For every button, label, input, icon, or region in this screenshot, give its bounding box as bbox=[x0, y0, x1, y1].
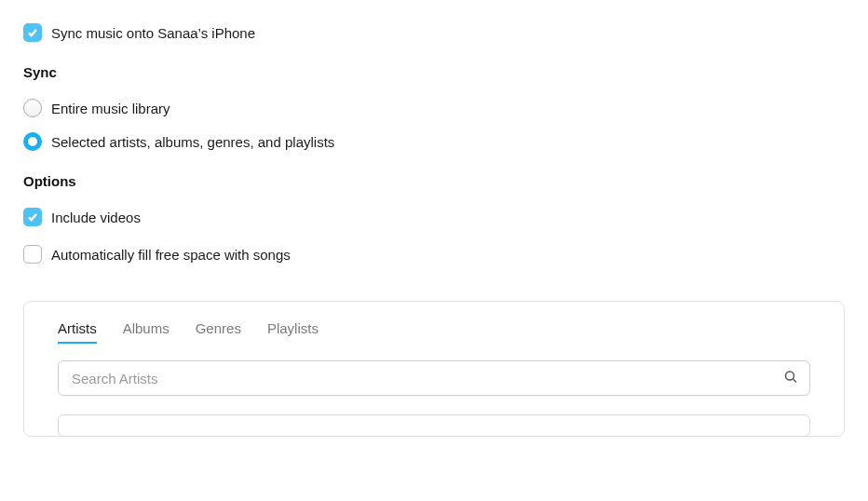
search-input[interactable] bbox=[58, 360, 810, 396]
content-panel: Artists Albums Genres Playlists bbox=[23, 301, 845, 437]
selected-items-label: Selected artists, albums, genres, and pl… bbox=[51, 134, 334, 150]
tab-artists[interactable]: Artists bbox=[58, 320, 97, 344]
auto-fill-checkbox[interactable] bbox=[23, 245, 42, 264]
auto-fill-label: Automatically fill free space with songs bbox=[51, 247, 291, 263]
entire-library-radio[interactable] bbox=[23, 99, 42, 117]
sync-music-label: Sync music onto Sanaa’s iPhone bbox=[51, 25, 255, 41]
check-icon bbox=[27, 27, 38, 38]
list-box[interactable] bbox=[58, 414, 810, 437]
tab-playlists[interactable]: Playlists bbox=[267, 320, 319, 344]
tabs: Artists Albums Genres Playlists bbox=[58, 320, 810, 344]
entire-library-label: Entire music library bbox=[51, 101, 170, 116]
include-videos-checkbox[interactable] bbox=[23, 208, 42, 226]
tab-albums[interactable]: Albums bbox=[123, 320, 170, 344]
sync-heading: Sync bbox=[23, 64, 845, 80]
tab-genres[interactable]: Genres bbox=[196, 320, 241, 344]
selected-items-radio[interactable] bbox=[23, 132, 42, 151]
options-heading: Options bbox=[23, 173, 845, 189]
sync-music-checkbox[interactable] bbox=[23, 23, 42, 42]
include-videos-label: Include videos bbox=[51, 210, 141, 225]
check-icon bbox=[27, 211, 38, 223]
